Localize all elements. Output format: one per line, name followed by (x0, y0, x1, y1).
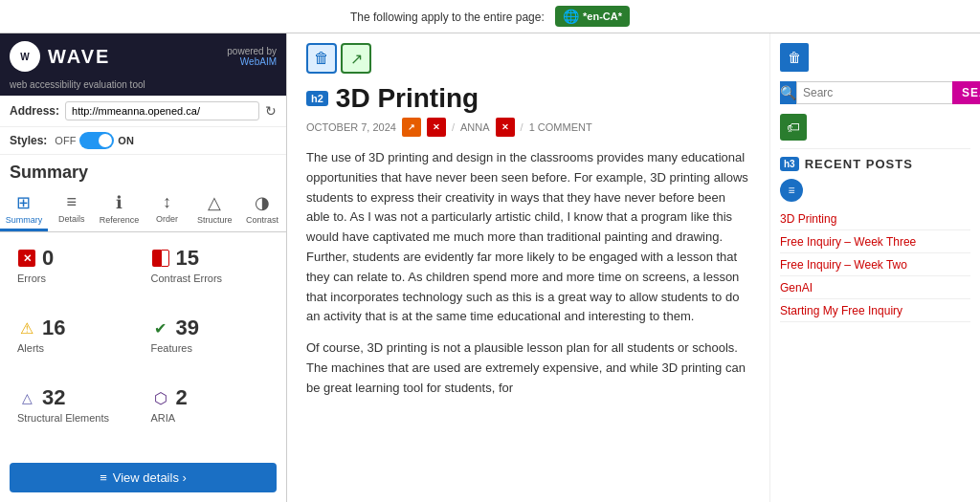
structure-nav-icon: △ (208, 192, 221, 213)
view-details-label: View details › (113, 470, 187, 485)
nav-contrast[interactable]: ◑ Contrast (238, 186, 286, 231)
aria-icon: ⬡ (151, 388, 170, 407)
search-widget: 🔍 SEARCH (780, 81, 970, 104)
aria-count: 2 (176, 385, 188, 410)
errors-count: 0 (42, 246, 54, 271)
stat-features: ✔ 39 Features (144, 310, 278, 380)
stats-grid: ✕ 0 Errors 15 Contrast Err (0, 232, 286, 457)
webaim-link[interactable]: WebAIM (240, 56, 277, 67)
details-nav-icon: ≡ (66, 192, 77, 212)
sidebar-right: 🗑 🔍 SEARCH 🏷 h3 RECENT POSTS ≡ (769, 33, 980, 502)
structure-nav-label: Structure (197, 215, 233, 225)
view-details-button[interactable]: ≡ View details › (10, 463, 277, 492)
article-meta: OCTOBER 7, 2024 ↗ ✕ / ANNA ✕ / 1 COMMENT (306, 118, 750, 137)
stat-errors: ✕ 0 Errors (10, 240, 144, 310)
main-layout: W WAVE powered by WebAIM web accessibili… (0, 33, 980, 502)
list-item: GenAI (780, 276, 970, 299)
address-input[interactable] (65, 101, 259, 120)
address-label: Address: (10, 104, 59, 118)
list-item: 3D Printing (780, 207, 970, 230)
error-icon: ✕ (17, 249, 36, 268)
article-date: OCTOBER 7, 2024 (306, 121, 396, 133)
nav-order[interactable]: ↕ Order (143, 186, 190, 231)
article-author: ANNA (460, 121, 490, 133)
summary-nav-icon: ⊞ (16, 192, 31, 213)
structural-icon: △ (17, 388, 36, 407)
reference-nav-icon: ℹ (116, 192, 122, 213)
errors-label: Errors (17, 273, 46, 284)
nav-structure[interactable]: △ Structure (190, 186, 238, 231)
stat-contrast-errors: 15 Contrast Errors (144, 240, 278, 310)
search-input[interactable] (796, 81, 952, 104)
alerts-count: 16 (42, 316, 65, 340)
features-label: Features (151, 342, 192, 354)
wave-header: W WAVE powered by WebAIM (0, 33, 286, 79)
article-body: The use of 3D printing and design in the… (306, 148, 750, 399)
post-links: 3D Printing Free Inquiry – Week Three Fr… (780, 207, 970, 322)
wave-powered: powered by WebAIM (227, 46, 277, 67)
stat-structural: △ 32 Structural Elements (10, 380, 144, 449)
stat-aria: ⬡ 2 ARIA (144, 380, 278, 449)
post-link-genai[interactable]: GenAI (780, 281, 813, 295)
styles-toggle-switch[interactable] (79, 132, 114, 149)
page-icon-blue: 🗑 (306, 43, 337, 74)
page-icons: 🗑 ↗ (306, 43, 750, 74)
article-paragraph-1: The use of 3D printing and design in the… (306, 148, 750, 327)
top-bar: The following apply to the entire page: … (0, 0, 980, 33)
page-icon-green: ↗ (341, 43, 371, 74)
view-details-icon: ≡ (100, 470, 107, 485)
meta-sep-2: / (521, 121, 523, 133)
list-item: Free Inquiry – Week Three (780, 230, 970, 253)
post-link-starting[interactable]: Starting My Free Inquiry (780, 304, 902, 317)
contrast-nav-label: Contrast (246, 215, 278, 225)
search-widget-icon: 🔍 (780, 81, 796, 104)
meta-icon-orange: ↗ (402, 118, 421, 137)
post-link-3d-printing[interactable]: 3D Printing (780, 212, 836, 226)
aria-label: ARIA (151, 412, 176, 424)
contrast-errors-count: 15 (176, 246, 199, 271)
features-count: 39 (176, 316, 199, 340)
wave-logo: W (10, 41, 40, 72)
recent-posts-header: h3 RECENT POSTS (780, 157, 970, 171)
structural-label: Structural Elements (17, 412, 109, 424)
styles-off-label: OFF (55, 135, 76, 146)
order-nav-label: Order (156, 214, 178, 224)
order-nav-icon: ↕ (163, 192, 171, 212)
content-area: 🗑 ↗ h2 3D Printing OCTOBER 7, 2024 ↗ ✕ /… (287, 33, 769, 502)
lang-text: *en-CA* (583, 11, 622, 22)
alerts-label: Alerts (17, 342, 44, 354)
article-paragraph-2: Of course, 3D printing is not a plausibl… (306, 338, 750, 398)
article-title: 3D Printing (336, 83, 479, 114)
lang-badge: 🌐 *en-CA* (555, 6, 630, 27)
list-icon: ≡ (780, 179, 803, 202)
list-item: Starting My Free Inquiry (780, 299, 970, 322)
meta-sep-1: / (452, 121, 455, 133)
styles-toggle-group[interactable]: OFF ON (55, 132, 134, 149)
nav-details[interactable]: ≡ Details (48, 186, 96, 231)
contrast-error-icon (151, 249, 170, 268)
search-button[interactable]: SEARCH (952, 81, 980, 104)
contrast-nav-icon: ◑ (255, 192, 270, 213)
nav-summary[interactable]: ⊞ Summary (0, 186, 48, 231)
reference-nav-label: Reference (100, 215, 140, 225)
recent-posts: h3 RECENT POSTS ≡ 3D Printing Free Inqui… (780, 148, 970, 322)
article-heading: h2 3D Printing (306, 83, 479, 114)
h2-badge: h2 (306, 91, 328, 106)
post-link-week-two[interactable]: Free Inquiry – Week Two (780, 258, 907, 272)
list-item: Free Inquiry – Week Two (780, 253, 970, 276)
styles-bar: Styles: OFF ON (0, 127, 286, 155)
refresh-button[interactable]: ↻ (265, 103, 277, 119)
details-nav-label: Details (58, 214, 85, 224)
styles-label: Styles: (10, 134, 47, 147)
trash-icon: 🗑 (780, 43, 809, 72)
globe-icon: 🌐 (563, 9, 579, 24)
tag-icon-row: 🏷 (780, 114, 970, 141)
nav-reference[interactable]: ℹ Reference (96, 186, 144, 231)
top-bar-text: The following apply to the entire page: (350, 11, 545, 24)
nav-icons: ⊞ Summary ≡ Details ℹ Reference ↕ Order … (0, 186, 286, 232)
address-bar: Address: ↻ (0, 96, 286, 127)
post-link-week-three[interactable]: Free Inquiry – Week Three (780, 235, 916, 249)
recent-posts-title: RECENT POSTS (805, 157, 913, 171)
summary-heading: Summary (0, 155, 286, 186)
tag-icon: 🏷 (780, 114, 807, 141)
